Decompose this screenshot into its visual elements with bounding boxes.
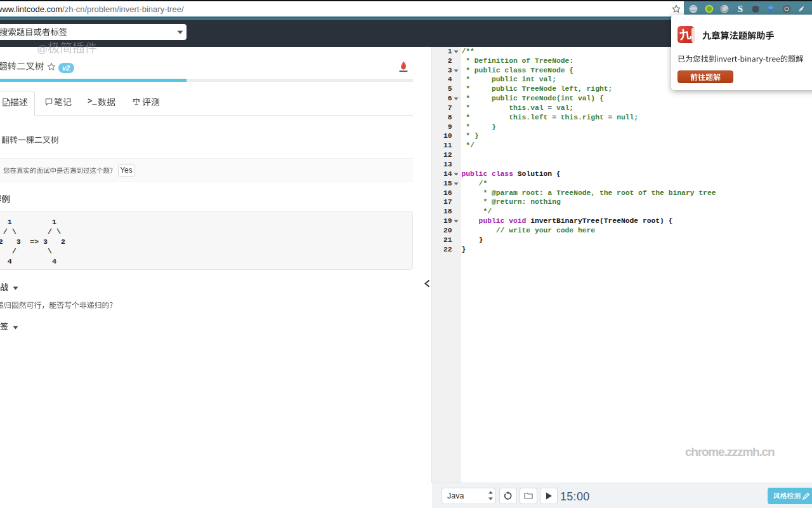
svg-text:S: S	[737, 4, 742, 13]
svg-text:@: @	[37, 43, 48, 55]
